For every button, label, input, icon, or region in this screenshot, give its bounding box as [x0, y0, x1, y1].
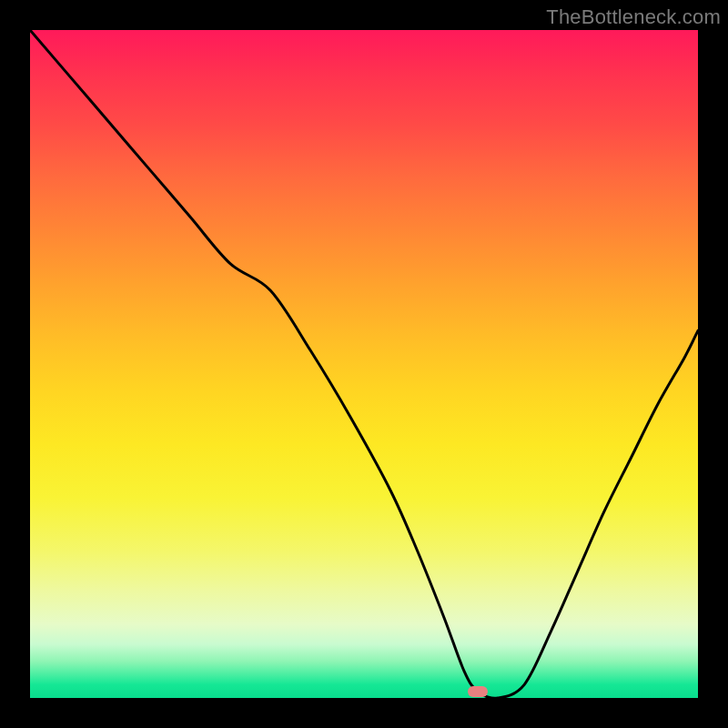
- chart-frame: TheBottleneck.com: [0, 0, 728, 728]
- line-chart-svg: [30, 30, 698, 698]
- optimal-point-marker: [468, 686, 488, 697]
- bottleneck-curve-path: [30, 30, 698, 698]
- plot-area: [30, 30, 698, 698]
- watermark-text: TheBottleneck.com: [546, 5, 721, 29]
